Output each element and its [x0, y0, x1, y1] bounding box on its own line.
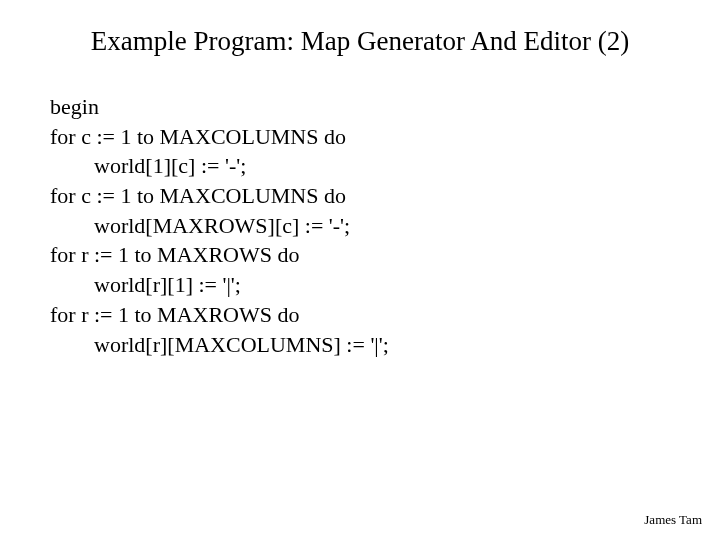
- code-block: begin for c := 1 to MAXCOLUMNS do world[…: [50, 92, 670, 359]
- code-line: world[r][MAXCOLUMNS] := '|';: [50, 330, 670, 360]
- code-line: world[MAXROWS][c] := '-';: [50, 211, 670, 241]
- code-line: begin: [50, 92, 670, 122]
- slide: Example Program: Map Generator And Edito…: [0, 0, 720, 540]
- code-line: for c := 1 to MAXCOLUMNS do: [50, 181, 670, 211]
- code-line: for c := 1 to MAXCOLUMNS do: [50, 122, 670, 152]
- code-line: world[1][c] := '-';: [50, 151, 670, 181]
- footer-author: James Tam: [644, 512, 702, 528]
- code-line: for r := 1 to MAXROWS do: [50, 240, 670, 270]
- code-line: for r := 1 to MAXROWS do: [50, 300, 670, 330]
- code-line: world[r][1] := '|';: [50, 270, 670, 300]
- slide-title: Example Program: Map Generator And Edito…: [0, 26, 720, 57]
